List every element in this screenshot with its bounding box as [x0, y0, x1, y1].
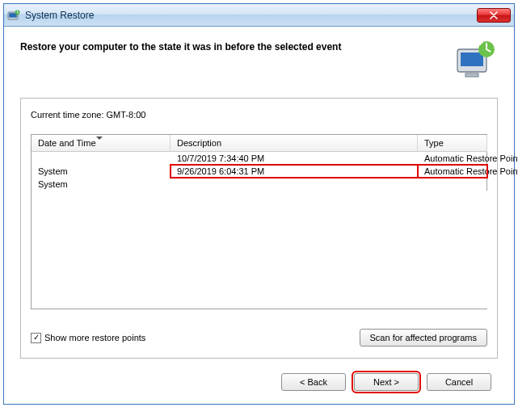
table-row [32, 152, 171, 165]
cell-datetime[interactable]: 10/7/2019 7:34:40 PM [171, 152, 418, 165]
cell-datetime[interactable]: 9/26/2019 6:04:31 PM [171, 165, 418, 178]
cancel-button[interactable]: Cancel [427, 373, 491, 391]
restore-hero-icon [453, 38, 498, 80]
svg-rect-4 [461, 52, 483, 66]
scan-affected-button[interactable]: Scan for affected programs [360, 329, 487, 346]
timezone-label: Current time zone: GMT-8:00 [31, 110, 487, 120]
close-button[interactable] [477, 8, 511, 23]
cell-type[interactable]: System [32, 165, 171, 178]
show-more-checkbox[interactable]: Show more restore points [31, 333, 145, 343]
content-panel: Current time zone: GMT-8:00 Date and Tim… [20, 98, 498, 359]
svg-rect-5 [465, 74, 478, 77]
client-area: Restore your computer to the state it wa… [4, 27, 514, 404]
system-restore-window: System Restore Restore your computer to … [3, 3, 515, 405]
restore-points-table: Date and Time Description Type 10/7/2019… [31, 134, 487, 309]
wizard-buttons: < Back Next > Cancel [20, 373, 498, 391]
page-heading: Restore your computer to the state it wa… [20, 38, 444, 52]
col-header-type[interactable]: Type [418, 135, 487, 152]
close-icon [490, 11, 498, 19]
col-header-datetime-label: Date and Time [38, 138, 96, 148]
checkbox-icon [31, 333, 41, 343]
cell-description[interactable]: Automatic Restore Point [418, 152, 487, 165]
col-header-description[interactable]: Description [171, 135, 418, 152]
app-icon [7, 9, 20, 22]
cell-description[interactable]: Automatic Restore Point [418, 165, 487, 178]
back-button[interactable]: < Back [281, 373, 346, 391]
col-header-datetime[interactable]: Date and Time [32, 135, 171, 152]
next-button[interactable]: Next > [354, 373, 419, 391]
show-more-label: Show more restore points [44, 333, 145, 342]
window-title: System Restore [25, 10, 477, 21]
table-empty-area [32, 191, 487, 309]
title-bar: System Restore [4, 4, 514, 27]
cell-type[interactable]: System [32, 178, 171, 191]
